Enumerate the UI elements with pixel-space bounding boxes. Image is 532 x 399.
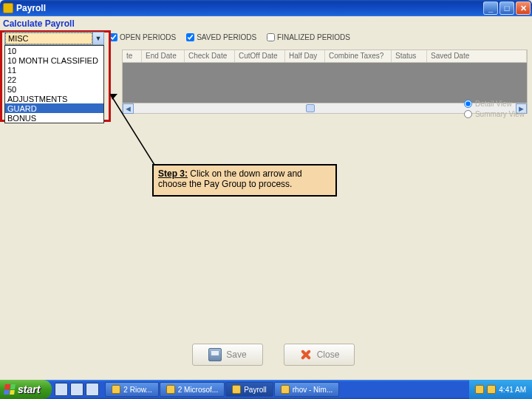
paygroup-dropdown-list: 10 10 MONTH CLASSIFIED 11 22 50 ADJUSTME…	[4, 45, 104, 123]
window-controls: _ □ ✕	[483, 1, 531, 15]
app-icon	[3, 3, 13, 13]
col-te: te	[123, 50, 142, 62]
window-close-button[interactable]: ✕	[516, 1, 531, 15]
taskbar-item[interactable]: rhov - Nim...	[274, 382, 339, 397]
open-periods-label: OPEN PERIODS	[120, 33, 176, 41]
open-periods-checkbox[interactable]: OPEN PERIODS	[109, 33, 176, 41]
save-button[interactable]: Save	[192, 344, 263, 366]
view-mode-radios: Detail View Summary View	[464, 98, 525, 119]
save-button-label: Save	[226, 349, 246, 360]
app-icon	[232, 385, 241, 394]
col-check-date: Check Date	[185, 50, 235, 62]
scroll-track[interactable]	[134, 103, 516, 113]
paygroup-option[interactable]: GUARD	[5, 103, 103, 113]
taskbar-buttons: 2 Riow... 2 Microsof... Payroll rhov - N…	[105, 382, 469, 397]
detail-view-radio[interactable]: Detail View	[464, 98, 525, 109]
saved-periods-label: SAVED PERIODS	[197, 33, 256, 41]
paygroup-option[interactable]: 11	[5, 65, 103, 75]
callout-arrow	[110, 92, 169, 166]
close-button-label: Close	[317, 349, 340, 360]
scroll-thumb[interactable]	[306, 104, 315, 112]
close-icon	[299, 348, 313, 361]
quick-launch-icon[interactable]	[86, 383, 99, 396]
app-window: Payroll _ □ ✕ Calculate Payroll OPEN PER…	[0, 0, 532, 399]
clock: 4:41 AM	[499, 386, 526, 394]
close-button[interactable]: Close	[284, 344, 355, 366]
paygroup-dropdown[interactable]: MISC ▼	[4, 32, 104, 45]
content-area: OPEN PERIODS SAVED PERIODS FINALIZED PER…	[0, 33, 532, 381]
paygroup-option[interactable]: ADJUSTMENTS	[5, 94, 103, 103]
app-icon	[112, 385, 120, 394]
quick-launch	[55, 383, 99, 396]
tray-icon[interactable]	[475, 385, 484, 394]
grid-body	[122, 63, 528, 103]
app-icon	[281, 385, 290, 394]
maximize-button[interactable]: □	[499, 1, 514, 15]
taskbar-item-label: rhov - Nim...	[293, 386, 332, 394]
instruction-step: Step 3:	[158, 168, 188, 179]
saved-periods-checkbox[interactable]: SAVED PERIODS	[186, 33, 256, 41]
start-label: start	[18, 383, 40, 395]
col-end-date: End Date	[142, 50, 185, 62]
period-filters: OPEN PERIODS SAVED PERIODS FINALIZED PER…	[109, 33, 350, 41]
titlebar: Payroll _ □ ✕	[0, 0, 532, 16]
detail-view-label: Detail View	[475, 100, 512, 108]
instruction-callout: Step 3: Click on the down arrow and choo…	[152, 164, 337, 197]
taskbar-item-label: Payroll	[244, 386, 267, 394]
taskbar-item-label: 2 Microsof...	[178, 386, 218, 394]
col-cutoff-date: CutOff Date	[235, 50, 285, 62]
summary-view-radio[interactable]: Summary View	[464, 109, 525, 119]
quick-launch-icon[interactable]	[70, 383, 83, 396]
finalized-periods-label: FINALIZED PERIODS	[277, 33, 350, 41]
system-tray: 4:41 AM	[469, 380, 532, 399]
paygroup-option[interactable]: 22	[5, 75, 103, 84]
quick-launch-icon[interactable]	[55, 383, 68, 396]
taskbar: start 2 Riow... 2 Microsof... Payroll rh…	[0, 380, 532, 399]
start-button[interactable]: start	[0, 380, 52, 399]
paygroup-option[interactable]: 10 MONTH CLASSIFIED	[5, 55, 103, 65]
finalized-periods-checkbox[interactable]: FINALIZED PERIODS	[267, 33, 350, 41]
paygroup-option[interactable]: 10	[5, 46, 103, 55]
grid-header: te End Date Check Date CutOff Date Half …	[122, 50, 528, 63]
col-combine-taxes: Combine Taxes?	[325, 50, 392, 62]
taskbar-item[interactable]: 2 Riow...	[105, 382, 158, 397]
window-title: Payroll	[16, 3, 483, 13]
summary-view-label: Summary View	[475, 110, 525, 118]
col-status: Status	[392, 50, 427, 62]
paygroup-selected: MISC	[5, 33, 92, 44]
col-half-day: Half Day	[285, 50, 325, 62]
taskbar-item-label: 2 Riow...	[123, 386, 151, 394]
save-icon	[208, 348, 222, 361]
chevron-down-icon[interactable]: ▼	[92, 33, 103, 44]
app-icon	[166, 385, 175, 394]
paygroup-option[interactable]: 50	[5, 84, 103, 94]
paygroup-option[interactable]: BONUS	[5, 113, 103, 123]
taskbar-item[interactable]: 2 Microsof...	[160, 382, 225, 397]
svg-line-0	[110, 94, 154, 165]
taskbar-item-active[interactable]: Payroll	[225, 382, 273, 397]
col-saved-date: Saved Date	[427, 50, 527, 62]
minimize-button[interactable]: _	[483, 1, 498, 15]
action-buttons: Save Close	[192, 344, 355, 366]
windows-logo-icon	[4, 384, 16, 395]
tray-icon[interactable]	[487, 385, 496, 394]
